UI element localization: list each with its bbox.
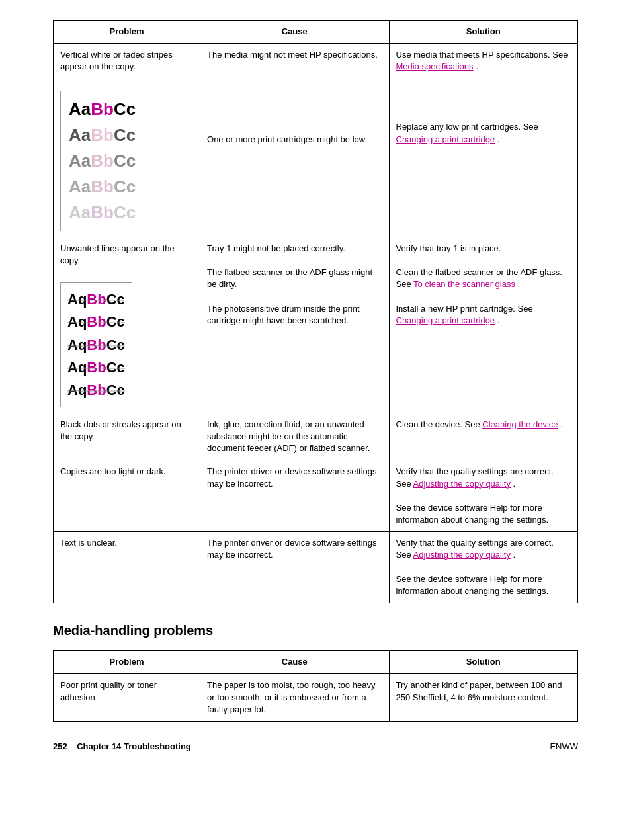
cause-cell: The printer driver or device software se… [200,460,389,532]
solution-cell: Clean the device. See Cleaning the devic… [389,413,578,460]
faded-stripes-sample: AaBbCc AaBbCc AaBbCc AaBbCc AaBbCc [60,91,144,231]
cause-cell-mh: The paper is too moist, too rough, too h… [200,674,389,722]
cause-text-2a: Tray 1 might not be placed correctly. [207,243,345,253]
copy-problems-table: Problem Cause Solution Vertical white or… [53,20,578,603]
table-row: Black dots or streaks appear on the copy… [54,413,578,460]
header-cause-2: Cause [200,651,389,674]
problem-cell: Vertical white or faded stripes appear o… [54,44,200,237]
problem-cell: Unwanted lines appear on the copy. AqBbC… [54,237,200,413]
table-row: Unwanted lines appear on the copy. AqBbC… [54,237,578,413]
table-row: Text is unclear. The printer driver or d… [54,532,578,603]
header-solution-2: Solution [389,651,578,674]
solution-cell: Verify that tray 1 is in place. Clean th… [389,237,578,413]
section-heading: Media-handling problems [53,623,578,638]
cause-cell: Tray 1 might not be placed correctly. Th… [200,237,389,413]
solution-text-2: Replace any low print cartridges. See [396,122,538,132]
page-number: 252 Chapter 14 Troubleshooting [53,741,191,751]
cause-cell: The printer driver or device software se… [200,532,389,603]
header-problem-2: Problem [54,651,200,674]
cause-text-5: The printer driver or device software se… [207,538,377,560]
cause-text-3: Ink, glue, correction fluid, or an unwan… [207,419,370,453]
adjust-copy-quality-link-2[interactable]: Adjusting the copy quality [413,550,511,560]
media-handling-table: Problem Cause Solution Poor print qualit… [53,650,578,722]
header-problem: Problem [54,21,200,44]
solution-text-2c: Install a new HP print cartridge. See [396,304,533,314]
solution-cell: Verify that the quality settings are cor… [389,532,578,603]
change-cartridge-link-1[interactable]: Changing a print cartridge [396,134,495,144]
table-row: Copies are too light or dark. The printe… [54,460,578,532]
problem-cell: Copies are too light or dark. [54,460,200,532]
cause-text-4: The printer driver or device software se… [207,466,377,488]
cause-text-1: The media might not meet HP specificatio… [207,50,378,60]
solution-cell: Use media that meets HP specifications. … [389,44,578,237]
lines-sample: AqBbCc AqBbCc AqBbCc AqBbCc AqBbCc [60,282,132,407]
problem-cell-mh: Poor print quality or toner adhesion [54,674,200,722]
clean-scanner-link[interactable]: To clean the scanner glass [413,279,515,289]
change-cartridge-link-2[interactable]: Changing a print cartridge [396,315,495,325]
problem-text-5: Text is unclear. [60,538,117,548]
adjust-copy-quality-link-1[interactable]: Adjusting the copy quality [413,479,511,489]
header-cause: Cause [200,21,389,44]
solution-text-5b: See the device software Help for more in… [396,574,549,596]
problem-cell: Text is unclear. [54,532,200,603]
cause-cell: Ink, glue, correction fluid, or an unwan… [200,413,389,460]
problem-text-4: Copies are too light or dark. [60,466,166,476]
problem-text: Vertical white or faded stripes appear o… [60,50,173,71]
solution-text-2a: Verify that tray 1 is in place. [396,243,501,253]
cause-text-2b: The flatbed scanner or the ADF glass mig… [207,267,372,289]
cause-text-2: One or more print cartridges might be lo… [207,134,367,144]
header-solution: Solution [389,21,578,44]
solution-text-1: Use media that meets HP specifications. … [396,50,568,60]
solution-cell: Verify that the quality settings are cor… [389,460,578,532]
media-specs-link[interactable]: Media specifications [396,62,474,71]
solution-text-3: Clean the device. See [396,419,483,429]
solution-cell-mh: Try another kind of paper, between 100 a… [389,674,578,722]
table-row: Vertical white or faded stripes appear o… [54,44,578,237]
footer-right: ENWW [550,741,578,751]
solution-text-4b: See the device software Help for more in… [396,503,549,525]
problem-text-2: Unwanted lines appear on the copy. [60,243,175,265]
cause-text-2c: The photosensitive drum inside the print… [207,304,360,325]
table-row: Poor print quality or toner adhesion The… [54,674,578,722]
problem-cell: Black dots or streaks appear on the copy… [54,413,200,460]
cleaning-device-link[interactable]: Cleaning the device [482,419,558,429]
page-footer: 252 Chapter 14 Troubleshooting ENWW [53,741,578,751]
cause-cell: The media might not meet HP specificatio… [200,44,389,237]
problem-text-3: Black dots or streaks appear on the copy… [60,419,181,441]
